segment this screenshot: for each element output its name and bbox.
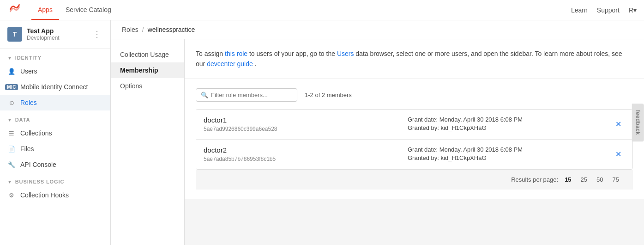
sidebar-item-mic[interactable]: MIC Mobile Identity Connect <box>0 79 110 95</box>
search-input[interactable] <box>211 92 292 98</box>
page-size-25[interactable]: 25 <box>578 175 590 184</box>
sidebar-item-collection-hooks[interactable]: ⚙ Collection Hooks <box>0 187 110 203</box>
delete-member-1-button[interactable]: ✕ <box>612 118 625 130</box>
page-size-50[interactable]: 50 <box>594 175 606 184</box>
nav-user[interactable]: R▾ <box>629 6 637 14</box>
page-size-15[interactable]: 15 <box>562 175 574 184</box>
sidebar-item-users[interactable]: 👤 Users <box>0 63 110 79</box>
sidebar: T Test App Development ⋮ ▼ IDENTITY 👤 Us… <box>0 20 111 245</box>
sidebar-item-roles-label: Roles <box>20 99 37 106</box>
nav-learn[interactable]: Learn <box>571 6 588 14</box>
breadcrumb-separator: / <box>142 26 144 33</box>
member-details-1: Grant date: Monday, April 30 2018 6:08 P… <box>408 116 612 133</box>
pagination-row: Results per page: 15 25 50 75 <box>196 170 633 190</box>
sidebar-item-files-label: Files <box>20 145 34 153</box>
role-icon: ⊙ <box>7 98 16 107</box>
nav-apps[interactable]: Apps <box>31 0 59 20</box>
info-link-this-role[interactable]: this role <box>225 50 247 57</box>
breadcrumb: Roles / wellnesspractice <box>111 20 644 39</box>
members-section: 🔍 1-2 of 2 members doctor1 5ae7ad9926860… <box>185 79 644 199</box>
sidebar-item-mic-label: Mobile Identity Connect <box>20 83 88 91</box>
delete-member-2-button[interactable]: ✕ <box>612 148 625 160</box>
tab-collection-usage[interactable]: Collection Usage <box>111 47 184 62</box>
info-text-1: To assign <box>196 50 225 57</box>
avatar: T <box>7 27 22 42</box>
info-text-2: to users of your app, go to the <box>247 50 337 57</box>
pagination-label: Results per page: <box>511 176 558 183</box>
member-details-2: Grant date: Monday, April 30 2018 6:08 P… <box>408 146 612 163</box>
main-panel: To assign this role to users of your app… <box>185 39 644 245</box>
table-row: doctor1 5ae7ad9926860c399a6ea528 Grant d… <box>196 110 632 140</box>
member-id-1: 5ae7ad9926860c399a6ea528 <box>204 126 408 132</box>
sidebar-item-collections[interactable]: ☰ Collections <box>0 125 110 141</box>
sidebar-section-business-logic: ▼ BUSINESS LOGIC <box>0 172 110 187</box>
breadcrumb-current: wellnesspractice <box>148 26 195 33</box>
sub-nav: Collection Usage Membership Options <box>111 39 185 245</box>
top-nav-links: Apps Service Catalog <box>31 0 118 20</box>
app-name: Test App <box>27 27 91 35</box>
page-size-75[interactable]: 75 <box>610 175 622 184</box>
member-name-1: doctor1 <box>204 116 408 124</box>
sidebar-section-data: ▼ DATA <box>0 110 110 125</box>
file-icon: 📄 <box>7 145 16 153</box>
app-env: Development <box>27 35 91 41</box>
main-layout: T Test App Development ⋮ ▼ IDENTITY 👤 Us… <box>0 20 644 245</box>
sidebar-item-collections-label: Collections <box>20 129 52 137</box>
sidebar-section-identity: ▼ IDENTITY <box>0 49 110 63</box>
api-icon: 🔧 <box>7 160 16 169</box>
sidebar-item-roles[interactable]: ⊙ Roles <box>0 95 110 110</box>
member-name-2: doctor2 <box>204 146 408 154</box>
list-icon: ☰ <box>7 129 16 137</box>
member-info-2: doctor2 5ae7ada85b7b786953f8c1b5 <box>204 146 408 162</box>
inner-layout: Collection Usage Membership Options To a… <box>111 39 644 245</box>
search-icon: 🔍 <box>201 92 208 98</box>
breadcrumb-roles[interactable]: Roles <box>122 26 138 33</box>
members-filter-row: 🔍 1-2 of 2 members <box>196 88 633 102</box>
sidebar-item-api-console[interactable]: 🔧 API Console <box>0 157 110 172</box>
mic-icon: MIC <box>7 83 16 91</box>
info-link-devcenter[interactable]: devcenter guide <box>207 60 253 67</box>
info-text-4: . <box>253 60 257 67</box>
person-icon: 👤 <box>7 67 16 75</box>
chevron-down-icon-bl: ▼ <box>7 179 12 184</box>
tab-options[interactable]: Options <box>111 78 184 94</box>
sidebar-item-api-label: API Console <box>20 161 56 168</box>
nav-support[interactable]: Support <box>597 6 620 14</box>
sidebar-item-files[interactable]: 📄 Files <box>0 141 110 157</box>
grant-date-2: Grant date: Monday, April 30 2018 6:08 P… <box>408 146 612 153</box>
tab-membership[interactable]: Membership <box>111 62 184 78</box>
nav-service-catalog[interactable]: Service Catalog <box>59 0 118 20</box>
grant-date-1: Grant date: Monday, April 30 2018 6:08 P… <box>408 116 612 123</box>
sidebar-app-header: T Test App Development ⋮ <box>0 20 110 49</box>
table-row: doctor2 5ae7ada85b7b786953f8c1b5 Grant d… <box>196 140 632 169</box>
content-area: Roles / wellnesspractice Collection Usag… <box>111 20 644 245</box>
info-link-users[interactable]: Users <box>337 50 354 57</box>
logo[interactable] <box>7 2 22 18</box>
top-nav: Apps Service Catalog Learn Support R▾ <box>0 0 644 20</box>
chevron-down-icon: ▼ <box>7 55 12 61</box>
info-box: To assign this role to users of your app… <box>185 39 644 79</box>
chevron-down-icon-data: ▼ <box>7 117 12 122</box>
members-count: 1-2 of 2 members <box>305 92 352 98</box>
sidebar-item-hooks-label: Collection Hooks <box>20 191 69 199</box>
member-id-2: 5ae7ada85b7b786953f8c1b5 <box>204 156 408 162</box>
granted-by-2: Granted by: kid_H1CkpXHaG <box>408 154 612 161</box>
sidebar-item-users-label: Users <box>20 67 37 75</box>
sidebar-app-info: Test App Development <box>27 27 91 41</box>
member-table: doctor1 5ae7ad9926860c399a6ea528 Grant d… <box>196 109 633 170</box>
filter-input-wrap[interactable]: 🔍 <box>196 88 297 102</box>
hook-icon: ⚙ <box>7 191 16 199</box>
feedback-tab[interactable]: feedback <box>632 104 644 141</box>
top-nav-right: Learn Support R▾ <box>571 6 637 14</box>
member-info-1: doctor1 5ae7ad9926860c399a6ea528 <box>204 116 408 132</box>
granted-by-1: Granted by: kid_H1CkpXHaG <box>408 124 612 131</box>
sidebar-more-button[interactable]: ⋮ <box>91 27 103 41</box>
